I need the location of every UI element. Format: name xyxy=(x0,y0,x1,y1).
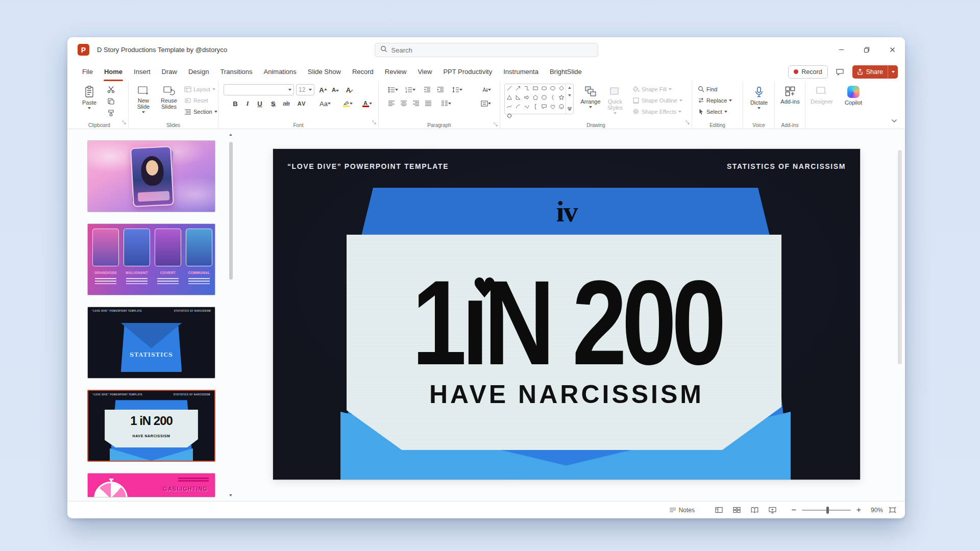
add-ins-button[interactable]: Add-ins xyxy=(778,84,802,117)
paragraph-dialog-launcher[interactable] xyxy=(494,122,498,127)
tab-draw[interactable]: Draw xyxy=(156,62,183,81)
zoom-slider[interactable] xyxy=(802,510,851,511)
gallery-scroll-up[interactable] xyxy=(568,85,571,89)
decrease-indent-button[interactable] xyxy=(422,84,433,95)
shape-callout[interactable] xyxy=(541,103,547,112)
quick-styles-button[interactable]: Quick Styles xyxy=(603,84,627,117)
shape-plus[interactable] xyxy=(506,112,512,121)
ribbon-collapse-button[interactable] xyxy=(889,116,900,126)
gallery-more-button[interactable] xyxy=(567,104,572,113)
shape-line[interactable] xyxy=(506,84,512,93)
slide-thumbnail-3[interactable]: “LOVE DIVE” POWERPOINT TEMPLATE STATISTI… xyxy=(87,307,215,379)
search-input[interactable] xyxy=(391,46,593,54)
zoom-level-button[interactable]: 90% xyxy=(867,507,883,514)
reading-view-button[interactable] xyxy=(747,504,762,516)
cut-button[interactable] xyxy=(105,84,116,95)
shape-effects-button[interactable]: Shape Effects xyxy=(631,106,683,117)
clear-formatting-button[interactable]: A xyxy=(344,84,355,95)
search-box[interactable] xyxy=(375,43,598,57)
increase-indent-button[interactable] xyxy=(435,84,446,95)
fit-slide-to-window-button[interactable] xyxy=(886,504,899,516)
tab-insert[interactable]: Insert xyxy=(128,62,156,81)
shape-right-triangle[interactable] xyxy=(515,93,521,103)
shape-bracket[interactable] xyxy=(532,103,538,112)
grow-font-button[interactable]: A xyxy=(317,84,329,95)
slide-thumbnail-5[interactable]: GASLIGHTING xyxy=(87,473,215,497)
comments-button[interactable] xyxy=(833,65,847,79)
replace-button[interactable]: Replace xyxy=(696,95,733,106)
slide-thumbnail-2[interactable]: GRANDIOSE MALIGNANT COVERT COMMUNAL xyxy=(87,223,215,295)
new-slide-button[interactable]: New Slide xyxy=(132,84,155,117)
tab-design[interactable]: Design xyxy=(183,62,214,81)
canvas-scrollbar[interactable] xyxy=(898,150,902,477)
zoom-out-button[interactable] xyxy=(789,504,799,516)
select-button[interactable]: Select xyxy=(696,106,729,117)
maximize-button[interactable] xyxy=(854,37,879,62)
zoom-in-button[interactable] xyxy=(854,504,864,516)
tab-transitions[interactable]: Transitions xyxy=(214,62,258,81)
dictate-button[interactable]: Dictate xyxy=(747,84,771,117)
font-color-button[interactable]: A xyxy=(359,98,375,109)
numbering-button[interactable] xyxy=(403,84,418,95)
notes-button[interactable]: Notes xyxy=(666,504,698,516)
tab-instrumenta[interactable]: Instrumenta xyxy=(498,62,544,81)
strikethrough-button[interactable]: ab xyxy=(281,98,292,109)
line-spacing-button[interactable] xyxy=(450,84,464,95)
arrange-button[interactable]: Arrange xyxy=(579,84,602,117)
share-caret[interactable] xyxy=(888,65,898,79)
shape-scribble[interactable] xyxy=(524,103,530,112)
align-center-button[interactable] xyxy=(398,98,409,109)
shape-hexagon[interactable] xyxy=(541,93,547,103)
layout-button[interactable]: Layout xyxy=(183,84,217,94)
slide-thumbnail-4[interactable]: “LOVE DIVE” POWERPOINT TEMPLATE STATISTI… xyxy=(87,390,215,462)
reuse-slides-button[interactable]: Reuse Slides xyxy=(157,84,181,117)
shape-star[interactable] xyxy=(558,93,565,103)
italic-button[interactable]: I xyxy=(242,98,253,109)
format-painter-button[interactable] xyxy=(105,107,116,118)
tab-home[interactable]: Home xyxy=(99,62,128,81)
slide-thumbnail-1[interactable] xyxy=(87,140,215,212)
gallery-scroll-down[interactable] xyxy=(568,94,571,98)
tab-ppt-productivity[interactable]: PPT Productivity xyxy=(437,62,498,81)
close-button[interactable] xyxy=(879,37,905,62)
character-spacing-button[interactable]: AV xyxy=(295,98,308,109)
shape-rounded-rectangle[interactable] xyxy=(541,84,547,93)
share-button[interactable]: Share xyxy=(852,65,898,79)
shape-outline-button[interactable]: Shape Outline xyxy=(631,95,684,106)
shrink-font-button[interactable]: A xyxy=(330,84,341,95)
tab-slide-show[interactable]: Slide Show xyxy=(302,62,347,81)
shape-brace[interactable] xyxy=(550,93,556,103)
paste-button[interactable]: Paste xyxy=(78,84,101,117)
minimize-button[interactable] xyxy=(828,37,854,62)
zoom-slider-thumb[interactable] xyxy=(826,507,829,514)
columns-button[interactable] xyxy=(439,98,453,109)
tab-review[interactable]: Review xyxy=(379,62,412,81)
shape-heart[interactable] xyxy=(550,103,556,112)
font-name-combobox[interactable] xyxy=(224,84,294,95)
bullets-button[interactable] xyxy=(386,84,400,95)
bold-button[interactable]: B xyxy=(230,98,241,109)
shape-elbow-connector[interactable] xyxy=(524,84,530,93)
shape-fill-button[interactable]: Shape Fill xyxy=(631,84,673,94)
tab-animations[interactable]: Animations xyxy=(258,62,302,81)
align-left-button[interactable] xyxy=(386,98,397,109)
tab-record[interactable]: Record xyxy=(347,62,379,81)
slide-sorter-button[interactable] xyxy=(729,504,744,516)
reset-button[interactable]: Reset xyxy=(183,95,210,106)
change-case-button[interactable]: Aa xyxy=(317,98,333,109)
underline-button[interactable]: U xyxy=(254,98,265,109)
font-size-combobox[interactable]: 12 xyxy=(296,84,314,95)
record-button[interactable]: Record xyxy=(788,65,827,79)
justify-button[interactable] xyxy=(423,98,434,109)
normal-view-button[interactable] xyxy=(712,504,726,516)
shape-rectangle[interactable] xyxy=(532,84,538,93)
copy-button[interactable] xyxy=(105,95,116,107)
shape-diamond[interactable] xyxy=(558,84,565,93)
tab-brightslide[interactable]: BrightSlide xyxy=(544,62,587,81)
text-shadow-button[interactable]: S xyxy=(267,98,279,109)
thumbnails-scrollbar[interactable] xyxy=(227,131,235,499)
scroll-down-arrow[interactable] xyxy=(228,493,234,499)
font-dialog-launcher[interactable] xyxy=(372,118,377,127)
shape-pentagon[interactable] xyxy=(532,93,538,103)
shape-smiley[interactable] xyxy=(558,103,565,112)
